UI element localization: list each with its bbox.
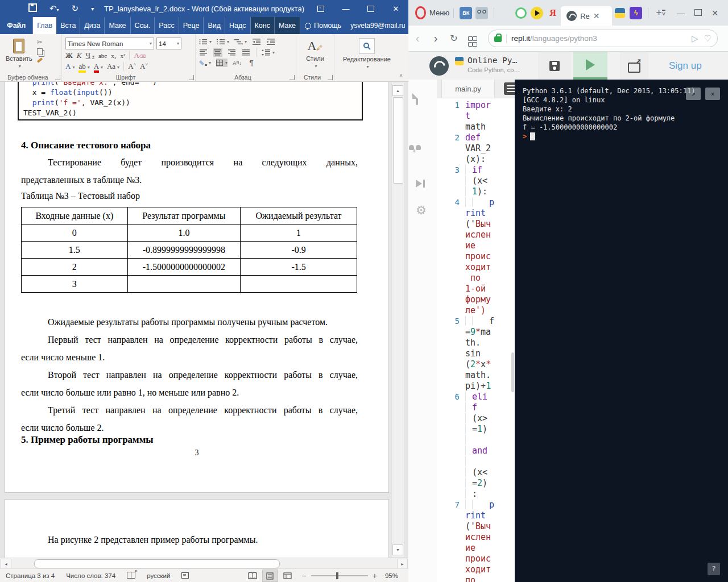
url-field[interactable]: repl.it /languages/python3 ▷ ♡	[488, 30, 718, 47]
console-popout-icon[interactable]: ↗	[686, 88, 701, 100]
pinned-tab-yandex-icon[interactable]: Я	[547, 7, 559, 19]
scroll-up-icon[interactable]: ▲	[392, 85, 403, 96]
browser-maximize-button[interactable]	[689, 9, 706, 18]
shrink-font-button[interactable]: А˅	[140, 62, 148, 71]
web-layout-icon[interactable]	[280, 570, 295, 581]
tab-help[interactable]: Помощь	[300, 22, 346, 30]
vertical-scroll-thumb[interactable]	[393, 97, 403, 184]
bullet-list-icon[interactable]: ▾	[199, 38, 212, 46]
font-color-button[interactable]: А▾	[94, 62, 103, 71]
console-close-icon[interactable]: ✕	[705, 88, 720, 100]
zoom-in-icon[interactable]: +	[373, 571, 377, 580]
proofing-icon[interactable]	[121, 572, 141, 580]
horizontal-scroll-thumb[interactable]	[34, 559, 280, 568]
run-panel-icon[interactable]	[416, 177, 429, 191]
browser-minimize-button[interactable]: —	[672, 9, 689, 18]
underline-button[interactable]: Ч▾	[86, 51, 94, 60]
active-tab-replit[interactable]: Re ✕	[561, 6, 612, 26]
tab-close-icon[interactable]: ✕	[593, 11, 600, 20]
font-size-combo[interactable]: 14▾	[156, 38, 181, 49]
tab-python-icon[interactable]	[614, 7, 626, 19]
styles-button[interactable]: А🖉 Стили ▾	[299, 36, 332, 71]
multiplayer-icon[interactable]: +	[416, 150, 429, 164]
read-mode-icon[interactable]	[245, 570, 260, 581]
tab-menu-icon[interactable]: ˅	[655, 9, 672, 18]
ribbon-display-options-button[interactable]: ↑	[308, 0, 333, 17]
maximize-button[interactable]	[358, 0, 383, 17]
speed-dial-icon[interactable]	[463, 31, 481, 47]
browser-close-button[interactable]: ✕	[706, 9, 723, 18]
ribbon-tab-Глав[interactable]: Глав	[33, 17, 56, 34]
signup-link[interactable]: Sign up	[669, 52, 702, 80]
ribbon-tab-Надс[interactable]: Надс	[225, 17, 251, 34]
dialog-launcher-icon[interactable]	[328, 75, 333, 80]
ribbon-tab-Файл[interactable]: Файл	[0, 17, 33, 34]
clear-formatting-icon[interactable]: А⌫	[134, 51, 146, 60]
highlight-button[interactable]: ab▾	[78, 62, 89, 71]
console-cursor[interactable]	[530, 132, 535, 140]
settings-gear-icon[interactable]: ⚙	[416, 205, 429, 218]
editor-scroll-thumb[interactable]	[511, 352, 514, 392]
ribbon-tab-Расс[interactable]: Расс	[155, 17, 179, 34]
pinned-tab-green-icon[interactable]	[515, 7, 527, 19]
bookmark-heart-icon[interactable]: ♡	[704, 34, 712, 44]
replit-logo-icon[interactable]	[429, 56, 449, 76]
editing-button[interactable]: Редактирование ▾	[337, 36, 397, 71]
file-tab-mainpy[interactable]: main.py	[441, 80, 495, 98]
align-right-icon[interactable]	[228, 48, 237, 57]
text-effects-button[interactable]: А▾	[65, 62, 75, 71]
ribbon-tab-Маке[interactable]: Маке	[105, 17, 130, 34]
line-spacing-icon[interactable]: ▾	[262, 48, 275, 57]
pinned-tab-owl-icon[interactable]	[475, 7, 488, 19]
ribbon-tab-Конс[interactable]: Конс	[251, 17, 275, 34]
undo-icon[interactable]: ↶▾	[49, 3, 59, 14]
font-name-combo[interactable]: Times New Roman▾	[65, 38, 154, 49]
send-to-flow-icon[interactable]: ▷	[692, 34, 698, 44]
horizontal-scrollbar[interactable]: ◄ ►	[0, 558, 408, 569]
sort-icon[interactable]: АЯ↓	[233, 59, 242, 67]
format-painter-icon[interactable]	[37, 57, 43, 63]
strikethrough-button[interactable]: abc	[98, 52, 107, 59]
multilevel-list-icon[interactable]: ▾	[234, 38, 247, 46]
scroll-right-icon[interactable]: ►	[397, 559, 408, 569]
paste-button[interactable]: Вставить ▾	[2, 36, 36, 71]
collapse-ribbon-icon[interactable]: ˄	[399, 73, 403, 79]
console-panel[interactable]: Python 3.6.1 (default, Dec 2015, 13:05:1…	[515, 80, 728, 582]
account-email[interactable]: ysveta99@mail.ru	[346, 22, 410, 30]
print-layout-icon[interactable]	[262, 569, 278, 582]
opera-menu-button[interactable]: Меню	[415, 6, 449, 19]
macro-icon[interactable]	[176, 572, 195, 580]
redo-icon[interactable]: ↻	[72, 3, 79, 14]
pinned-tab-vk-icon[interactable]: ВК	[460, 7, 472, 19]
shading-icon[interactable]: ▾	[199, 59, 211, 67]
minimize-button[interactable]: —	[333, 0, 358, 17]
editor-lines[interactable]: 1importmath2defVAR_2(x):3if(x<1):4 print…	[437, 100, 515, 582]
forward-icon[interactable]: ›	[427, 32, 445, 45]
scroll-left-icon[interactable]: ◄	[1, 559, 11, 569]
dialog-launcher-icon[interactable]	[55, 75, 60, 80]
ribbon-tab-Ссы.[interactable]: Ссы.	[131, 17, 155, 34]
copy-icon[interactable]	[37, 48, 43, 55]
superscript-button[interactable]: x²	[121, 52, 126, 59]
zoom-slider-thumb[interactable]	[336, 572, 338, 579]
pinned-tab-music-icon[interactable]	[531, 7, 543, 19]
close-button[interactable]: ✕	[383, 0, 408, 17]
cut-icon[interactable]: ✂	[37, 38, 43, 46]
grow-font-button[interactable]: А˄	[128, 62, 136, 71]
ribbon-tab-Реце[interactable]: Реце	[179, 17, 204, 34]
document-page-3[interactable]: print('Введите x:', end=' ') x = float(i…	[5, 82, 389, 493]
dialog-launcher-icon[interactable]	[289, 75, 295, 80]
borders-icon[interactable]: ▾	[216, 59, 228, 67]
save-repl-button[interactable]	[538, 52, 571, 80]
align-justify-icon[interactable]	[242, 48, 251, 57]
reload-icon[interactable]: ↻	[445, 33, 463, 44]
save-icon[interactable]	[28, 3, 37, 14]
status-page[interactable]: Страница 3 из 4	[0, 572, 60, 579]
code-editor[interactable]: main.py 1importmath2defVAR_2(x):3if(x<1)…	[437, 80, 515, 582]
show-formatting-icon[interactable]: ¶	[247, 59, 256, 67]
status-language[interactable]: русский	[141, 572, 176, 579]
ribbon-tab-Диза[interactable]: Диза	[80, 17, 105, 34]
packages-icon[interactable]	[416, 122, 429, 135]
status-word-count[interactable]: Число слов: 374	[60, 572, 121, 579]
decrease-indent-icon[interactable]	[252, 38, 261, 46]
